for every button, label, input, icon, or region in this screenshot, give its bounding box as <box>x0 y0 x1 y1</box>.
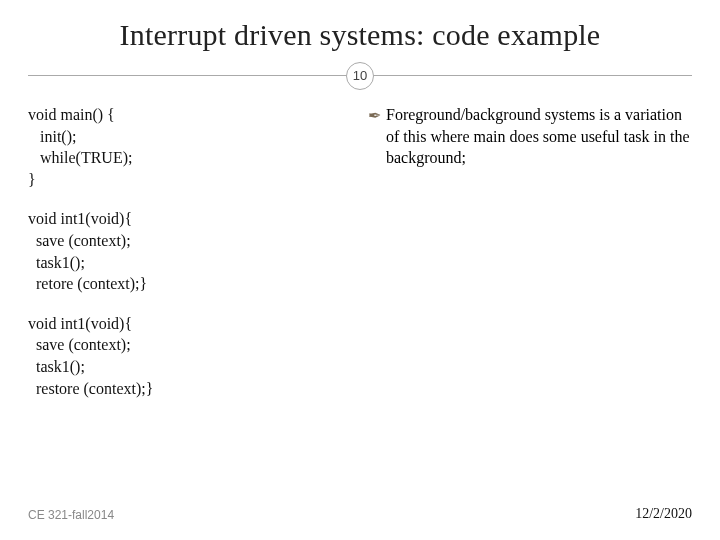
code-line: restore (context);} <box>28 378 350 400</box>
bullet-item: ✒ Foreground/background systems is a var… <box>368 104 692 169</box>
code-block-int1a: void int1(void){ save (context); task1()… <box>28 208 350 294</box>
code-line: void int1(void){ <box>28 208 350 230</box>
slide: Interrupt driven systems: code example 1… <box>0 0 720 540</box>
code-block-int1b: void int1(void){ save (context); task1()… <box>28 313 350 399</box>
code-line: void int1(void){ <box>28 313 350 335</box>
code-line: retore (context);} <box>28 273 350 295</box>
code-line: init(); <box>28 126 350 148</box>
slide-title: Interrupt driven systems: code example <box>0 0 720 62</box>
code-line: task1(); <box>28 356 350 378</box>
bullet-text: Foreground/background systems is a varia… <box>386 104 692 169</box>
code-block-main: void main() { init(); while(TRUE); } <box>28 104 350 190</box>
title-rule: 10 <box>28 62 692 90</box>
code-line: save (context); <box>28 230 350 252</box>
left-column: void main() { init(); while(TRUE); } voi… <box>28 104 360 399</box>
code-line: while(TRUE); <box>28 147 350 169</box>
code-line: task1(); <box>28 252 350 274</box>
footer-date: 12/2/2020 <box>635 506 692 522</box>
footer-course: CE 321-fall2014 <box>28 508 114 522</box>
bullet-marker-icon: ✒ <box>368 104 386 169</box>
code-line: } <box>28 169 350 191</box>
slide-number-badge: 10 <box>346 62 374 90</box>
code-line: void main() { <box>28 104 350 126</box>
right-column: ✒ Foreground/background systems is a var… <box>360 104 692 399</box>
content-columns: void main() { init(); while(TRUE); } voi… <box>0 98 720 399</box>
code-line: save (context); <box>28 334 350 356</box>
